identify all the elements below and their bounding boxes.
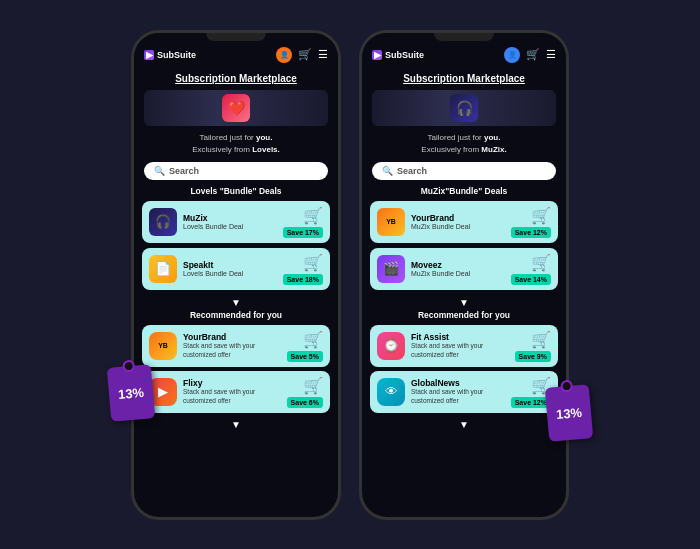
rec-icon-right-1: 👁 — [377, 378, 405, 406]
search-text-right: Search — [397, 166, 427, 176]
deal-right-left-0: 🛒 Save 17% — [283, 206, 323, 238]
menu-icon-right[interactable]: ☰ — [546, 48, 556, 61]
deal-right-right-1: 🛒 Save 14% — [511, 253, 551, 285]
phone-screen-left: ▶ SubSuite 👤 🛒 ☰ Subscription Marketplac… — [134, 33, 338, 517]
rec-right-left-1: 🛒 Save 6% — [287, 376, 323, 408]
cart-deal-right-0[interactable]: 🛒 — [531, 206, 551, 225]
price-tag-right: 13% — [545, 384, 594, 442]
search-bar-right[interactable]: 🔍 Search — [372, 162, 556, 180]
rec-info-left-1: Flixy Stack and save with your customize… — [183, 378, 281, 405]
rec-card-right-1[interactable]: 👁 GlobalNews Stack and save with your cu… — [370, 371, 558, 413]
hero-app-icon-right: 🎧 — [450, 94, 478, 122]
rec-right-right-0: 🛒 Save 9% — [515, 330, 551, 362]
search-bar-left[interactable]: 🔍 Search — [144, 162, 328, 180]
save-badge-left-0: Save 17% — [283, 227, 323, 238]
recommended-title-right: Recommended for you — [362, 310, 566, 320]
phone-right: 13% ▶ SubSuite 👤 🛒 ☰ Subscription Market… — [359, 30, 569, 520]
phone-notch-right — [434, 33, 494, 41]
deal-right-left-1: 🛒 Save 18% — [283, 253, 323, 285]
chevron-down-right-rec[interactable]: ▼ — [362, 419, 566, 430]
chevron-down-left-rec[interactable]: ▼ — [134, 419, 338, 430]
search-icon-right: 🔍 — [382, 166, 393, 176]
deal-info-left-0: MuZix Lovels Bundle Deal — [183, 213, 277, 230]
rec-info-left-0: YourBrand Stack and save with your custo… — [183, 332, 281, 359]
logo-left: ▶ SubSuite — [144, 50, 196, 60]
rec-info-right-0: Fit Assist Stack and save with your cust… — [411, 332, 509, 359]
rec-card-right-0[interactable]: ⌚ Fit Assist Stack and save with your cu… — [370, 325, 558, 367]
avatar-left[interactable]: 👤 — [276, 47, 292, 63]
deal-icon-right-0: YB — [377, 208, 405, 236]
deal-info-left-1: SpeakIt Lovels Bundle Deal — [183, 260, 277, 277]
cart-rec-right-0[interactable]: 🛒 — [531, 330, 551, 349]
header-icons-right: 👤 🛒 ☰ — [504, 47, 556, 63]
cart-rec-left-0[interactable]: 🛒 — [303, 330, 323, 349]
hero-left: Subscription Marketplace ❤️ Tailored jus… — [134, 69, 338, 162]
phone-left: 13% ▶ SubSuite 👤 🛒 ☰ Subscription Market… — [131, 30, 341, 520]
save-badge-rec-right-0: Save 9% — [515, 351, 551, 362]
hero-app-icon-left: ❤️ — [222, 94, 250, 122]
save-badge-rec-left-1: Save 6% — [287, 397, 323, 408]
deal-card-left-0[interactable]: 🎧 MuZix Lovels Bundle Deal 🛒 Save 17% — [142, 201, 330, 243]
hero-banner-right: 🎧 — [372, 90, 556, 126]
menu-icon-left[interactable]: ☰ — [318, 48, 328, 61]
bundle-title-right: MuZix"Bundle" Deals — [362, 186, 566, 196]
hero-title-right: Subscription Marketplace — [372, 73, 556, 84]
bundle-title-left: Lovels "Bundle" Deals — [134, 186, 338, 196]
hero-title-left: Subscription Marketplace — [144, 73, 328, 84]
logo-right: ▶ SubSuite — [372, 50, 424, 60]
phone-device-left: ▶ SubSuite 👤 🛒 ☰ Subscription Marketplac… — [131, 30, 341, 520]
hero-text-right: Tailored just for you. Exclusively from … — [372, 132, 556, 156]
hero-text-left: Tailored just for you. Exclusively from … — [144, 132, 328, 156]
rec-icon-left-0: YB — [149, 332, 177, 360]
rec-right-left-0: 🛒 Save 5% — [287, 330, 323, 362]
cart-deal-left-1[interactable]: 🛒 — [303, 253, 323, 272]
deal-card-right-0[interactable]: YB YourBrand MuZix Bundle Deal 🛒 Save 12… — [370, 201, 558, 243]
save-badge-rec-left-0: Save 5% — [287, 351, 323, 362]
deal-right-right-0: 🛒 Save 12% — [511, 206, 551, 238]
search-text-left: Search — [169, 166, 199, 176]
search-icon-left: 🔍 — [154, 166, 165, 176]
cart-icon-right[interactable]: 🛒 — [526, 48, 540, 61]
hero-banner-left: ❤️ — [144, 90, 328, 126]
chevron-down-left-bundle[interactable]: ▼ — [134, 297, 338, 308]
deal-icon-right-1: 🎬 — [377, 255, 405, 283]
deal-info-right-1: Moveez MuZix Bundle Deal — [411, 260, 505, 277]
save-badge-left-1: Save 18% — [283, 274, 323, 285]
logo-icon-left: ▶ — [144, 50, 154, 60]
price-tag-left: 13% — [107, 364, 156, 422]
cart-rec-left-1[interactable]: 🛒 — [303, 376, 323, 395]
cart-icon-left[interactable]: 🛒 — [298, 48, 312, 61]
cart-deal-right-1[interactable]: 🛒 — [531, 253, 551, 272]
hero-right: Subscription Marketplace 🎧 Tailored just… — [362, 69, 566, 162]
chevron-down-right-bundle[interactable]: ▼ — [362, 297, 566, 308]
header-icons-left: 👤 🛒 ☰ — [276, 47, 328, 63]
deal-info-right-0: YourBrand MuZix Bundle Deal — [411, 213, 505, 230]
recommended-title-left: Recommended for you — [134, 310, 338, 320]
rec-card-left-0[interactable]: YB YourBrand Stack and save with your cu… — [142, 325, 330, 367]
rec-info-right-1: GlobalNews Stack and save with your cust… — [411, 378, 505, 405]
save-badge-right-1: Save 14% — [511, 274, 551, 285]
cart-deal-left-0[interactable]: 🛒 — [303, 206, 323, 225]
logo-icon-right: ▶ — [372, 50, 382, 60]
avatar-right[interactable]: 👤 — [504, 47, 520, 63]
phone-device-right: ▶ SubSuite 👤 🛒 ☰ Subscription Marketplac… — [359, 30, 569, 520]
deal-icon-left-0: 🎧 — [149, 208, 177, 236]
deal-icon-left-1: 📄 — [149, 255, 177, 283]
deal-card-left-1[interactable]: 📄 SpeakIt Lovels Bundle Deal 🛒 Save 18% — [142, 248, 330, 290]
save-badge-right-0: Save 12% — [511, 227, 551, 238]
deal-card-right-1[interactable]: 🎬 Moveez MuZix Bundle Deal 🛒 Save 14% — [370, 248, 558, 290]
phone-notch-left — [206, 33, 266, 41]
rec-icon-right-0: ⌚ — [377, 332, 405, 360]
rec-card-left-1[interactable]: ▶ Flixy Stack and save with your customi… — [142, 371, 330, 413]
phone-screen-right: ▶ SubSuite 👤 🛒 ☰ Subscription Marketplac… — [362, 33, 566, 517]
